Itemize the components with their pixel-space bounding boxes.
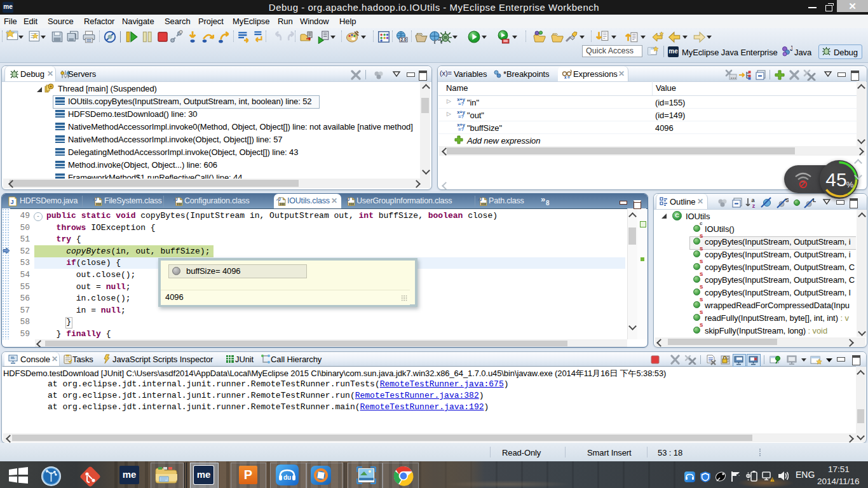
svg-text:010: 010 — [280, 203, 285, 206]
svg-text:J: J — [175, 197, 178, 201]
svg-text:du: du — [283, 474, 291, 481]
svg-text:010: 010 — [481, 203, 486, 206]
svg-text:010: 010 — [349, 203, 354, 206]
svg-text:010: 010 — [177, 203, 182, 206]
svg-text:J: J — [790, 46, 792, 52]
svg-text:J: J — [10, 199, 13, 205]
svg-text:=: = — [567, 75, 570, 79]
svg-text:!: ! — [772, 478, 773, 482]
svg-text:J: J — [480, 197, 482, 201]
svg-text:J: J — [95, 197, 97, 201]
svg-text:L: L — [813, 197, 816, 203]
svg-text:J: J — [278, 197, 281, 201]
svg-text:45: 45 — [825, 169, 846, 190]
svg-text:x: x — [564, 75, 567, 79]
svg-text:z: z — [752, 203, 756, 208]
svg-text:J: J — [348, 197, 350, 201]
svg-text:S: S — [785, 197, 789, 203]
svg-text:010: 010 — [96, 203, 101, 206]
svg-text:%: % — [846, 180, 854, 189]
svg-text:2.0: 2.0 — [400, 37, 406, 42]
